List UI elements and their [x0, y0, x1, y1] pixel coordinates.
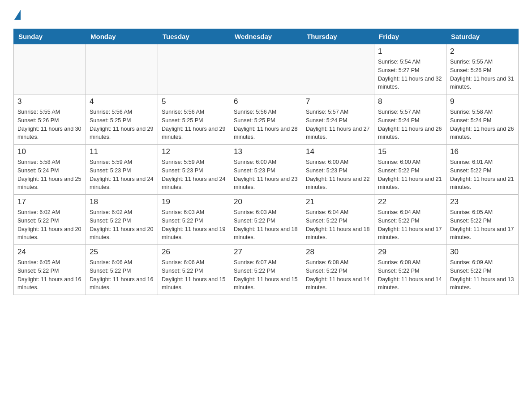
weekday-header-wednesday: Wednesday	[230, 29, 302, 44]
week-row-3: 10Sunrise: 5:58 AMSunset: 5:24 PMDayligh…	[14, 145, 519, 195]
day-number: 11	[90, 147, 154, 156]
day-number: 23	[450, 197, 515, 206]
calendar-cell: 29Sunrise: 6:08 AMSunset: 5:22 PMDayligh…	[374, 245, 446, 295]
calendar-cell: 1Sunrise: 5:54 AMSunset: 5:27 PMDaylight…	[374, 44, 446, 94]
logo-triangle-icon	[14, 10, 21, 20]
day-info: Sunrise: 5:56 AMSunset: 5:25 PMDaylight:…	[162, 108, 226, 141]
day-number: 29	[378, 248, 442, 257]
day-number: 3	[17, 97, 82, 106]
calendar-cell: 18Sunrise: 6:02 AMSunset: 5:22 PMDayligh…	[86, 195, 158, 245]
day-info: Sunrise: 6:01 AMSunset: 5:22 PMDaylight:…	[450, 158, 515, 192]
day-number: 19	[162, 197, 226, 206]
calendar-cell: 8Sunrise: 5:57 AMSunset: 5:24 PMDaylight…	[374, 94, 446, 145]
calendar-cell: 24Sunrise: 6:05 AMSunset: 5:22 PMDayligh…	[14, 245, 86, 295]
day-info: Sunrise: 5:59 AMSunset: 5:23 PMDaylight:…	[162, 158, 226, 192]
calendar-cell: 12Sunrise: 5:59 AMSunset: 5:23 PMDayligh…	[158, 145, 230, 195]
calendar-cell: 4Sunrise: 5:56 AMSunset: 5:25 PMDaylight…	[86, 94, 158, 145]
day-info: Sunrise: 6:05 AMSunset: 5:22 PMDaylight:…	[17, 258, 82, 292]
logo	[13, 9, 21, 20]
day-number: 4	[90, 97, 154, 106]
calendar-cell: 7Sunrise: 5:57 AMSunset: 5:24 PMDaylight…	[302, 94, 374, 145]
day-number: 15	[378, 147, 442, 156]
day-number: 21	[306, 197, 370, 206]
calendar-cell: 6Sunrise: 5:56 AMSunset: 5:25 PMDaylight…	[230, 94, 302, 145]
calendar-cell: 19Sunrise: 6:03 AMSunset: 5:22 PMDayligh…	[158, 195, 230, 245]
weekday-header-sunday: Sunday	[14, 29, 86, 44]
weekday-header-monday: Monday	[86, 29, 158, 44]
day-number: 13	[234, 147, 298, 156]
day-info: Sunrise: 6:03 AMSunset: 5:22 PMDaylight:…	[162, 208, 226, 242]
calendar-cell: 15Sunrise: 6:00 AMSunset: 5:22 PMDayligh…	[374, 145, 446, 195]
weekday-header-saturday: Saturday	[446, 29, 519, 44]
day-info: Sunrise: 6:07 AMSunset: 5:22 PMDaylight:…	[234, 258, 298, 292]
day-info: Sunrise: 6:04 AMSunset: 5:22 PMDaylight:…	[378, 208, 442, 242]
weekday-header-row: SundayMondayTuesdayWednesdayThursdayFrid…	[14, 29, 519, 44]
calendar-cell: 9Sunrise: 5:58 AMSunset: 5:24 PMDaylight…	[446, 94, 519, 145]
calendar-cell: 27Sunrise: 6:07 AMSunset: 5:22 PMDayligh…	[230, 245, 302, 295]
calendar-cell	[14, 44, 86, 94]
calendar-cell: 21Sunrise: 6:04 AMSunset: 5:22 PMDayligh…	[302, 195, 374, 245]
day-info: Sunrise: 6:06 AMSunset: 5:22 PMDaylight:…	[90, 258, 154, 292]
calendar-cell: 16Sunrise: 6:01 AMSunset: 5:22 PMDayligh…	[446, 145, 519, 195]
calendar-cell: 3Sunrise: 5:55 AMSunset: 5:26 PMDaylight…	[14, 94, 86, 145]
day-info: Sunrise: 5:56 AMSunset: 5:25 PMDaylight:…	[90, 108, 154, 141]
calendar-cell: 25Sunrise: 6:06 AMSunset: 5:22 PMDayligh…	[86, 245, 158, 295]
day-number: 2	[450, 47, 515, 56]
day-number: 25	[90, 248, 154, 257]
week-row-1: 1Sunrise: 5:54 AMSunset: 5:27 PMDaylight…	[14, 44, 519, 94]
weekday-header-thursday: Thursday	[302, 29, 374, 44]
day-number: 9	[450, 97, 515, 106]
day-info: Sunrise: 6:08 AMSunset: 5:22 PMDaylight:…	[306, 258, 370, 292]
day-number: 8	[378, 97, 442, 106]
day-info: Sunrise: 6:00 AMSunset: 5:23 PMDaylight:…	[306, 158, 370, 192]
week-row-4: 17Sunrise: 6:02 AMSunset: 5:22 PMDayligh…	[14, 195, 519, 245]
day-info: Sunrise: 6:00 AMSunset: 5:22 PMDaylight:…	[378, 158, 442, 192]
calendar-cell: 20Sunrise: 6:03 AMSunset: 5:22 PMDayligh…	[230, 195, 302, 245]
day-number: 1	[378, 47, 442, 56]
day-info: Sunrise: 5:58 AMSunset: 5:24 PMDaylight:…	[450, 108, 515, 141]
calendar-cell: 28Sunrise: 6:08 AMSunset: 5:22 PMDayligh…	[302, 245, 374, 295]
day-info: Sunrise: 6:02 AMSunset: 5:22 PMDaylight:…	[17, 208, 82, 242]
calendar-cell: 10Sunrise: 5:58 AMSunset: 5:24 PMDayligh…	[14, 145, 86, 195]
day-number: 28	[306, 248, 370, 257]
day-number: 7	[306, 97, 370, 106]
day-number: 14	[306, 147, 370, 156]
calendar-cell: 30Sunrise: 6:09 AMSunset: 5:22 PMDayligh…	[446, 245, 519, 295]
day-number: 16	[450, 147, 515, 156]
calendar-cell	[302, 44, 374, 94]
day-info: Sunrise: 6:08 AMSunset: 5:22 PMDaylight:…	[378, 258, 442, 292]
day-info: Sunrise: 6:02 AMSunset: 5:22 PMDaylight:…	[90, 208, 154, 242]
calendar-table: SundayMondayTuesdayWednesdayThursdayFrid…	[13, 29, 519, 295]
day-number: 10	[17, 147, 82, 156]
calendar-cell	[230, 44, 302, 94]
day-info: Sunrise: 6:00 AMSunset: 5:23 PMDaylight:…	[234, 158, 298, 192]
calendar-cell: 22Sunrise: 6:04 AMSunset: 5:22 PMDayligh…	[374, 195, 446, 245]
day-info: Sunrise: 5:55 AMSunset: 5:26 PMDaylight:…	[17, 108, 82, 141]
week-row-5: 24Sunrise: 6:05 AMSunset: 5:22 PMDayligh…	[14, 245, 519, 295]
calendar-cell: 11Sunrise: 5:59 AMSunset: 5:23 PMDayligh…	[86, 145, 158, 195]
day-number: 17	[17, 197, 82, 206]
day-info: Sunrise: 5:58 AMSunset: 5:24 PMDaylight:…	[17, 158, 82, 192]
week-row-2: 3Sunrise: 5:55 AMSunset: 5:26 PMDaylight…	[14, 94, 519, 145]
page-header	[13, 9, 519, 20]
day-number: 30	[450, 248, 515, 257]
day-info: Sunrise: 6:06 AMSunset: 5:22 PMDaylight:…	[162, 258, 226, 292]
day-info: Sunrise: 6:04 AMSunset: 5:22 PMDaylight:…	[306, 208, 370, 242]
weekday-header-tuesday: Tuesday	[158, 29, 230, 44]
day-number: 6	[234, 97, 298, 106]
day-number: 26	[162, 248, 226, 257]
day-number: 5	[162, 97, 226, 106]
calendar-cell: 13Sunrise: 6:00 AMSunset: 5:23 PMDayligh…	[230, 145, 302, 195]
calendar-cell	[86, 44, 158, 94]
day-info: Sunrise: 6:05 AMSunset: 5:22 PMDaylight:…	[450, 208, 515, 242]
calendar-cell	[158, 44, 230, 94]
calendar-cell: 23Sunrise: 6:05 AMSunset: 5:22 PMDayligh…	[446, 195, 519, 245]
calendar-cell: 17Sunrise: 6:02 AMSunset: 5:22 PMDayligh…	[14, 195, 86, 245]
day-number: 20	[234, 197, 298, 206]
day-number: 12	[162, 147, 226, 156]
day-info: Sunrise: 5:57 AMSunset: 5:24 PMDaylight:…	[306, 108, 370, 141]
calendar-cell: 26Sunrise: 6:06 AMSunset: 5:22 PMDayligh…	[158, 245, 230, 295]
day-number: 24	[17, 248, 82, 257]
weekday-header-friday: Friday	[374, 29, 446, 44]
day-info: Sunrise: 5:56 AMSunset: 5:25 PMDaylight:…	[234, 108, 298, 141]
